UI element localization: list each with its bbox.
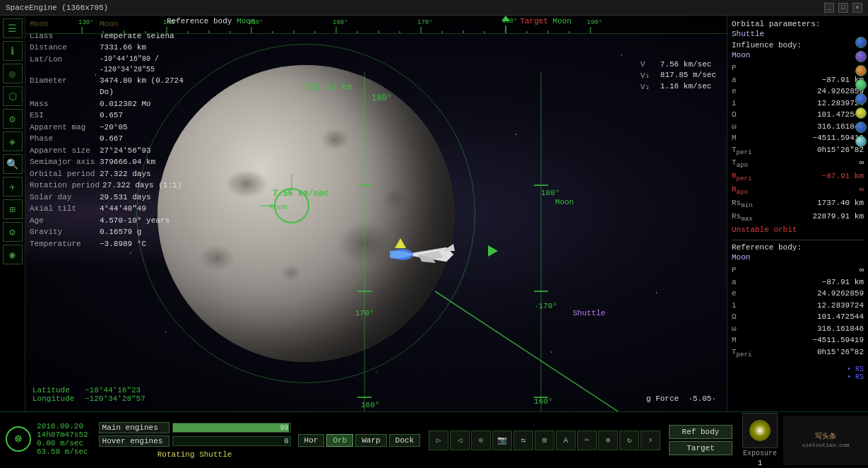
orbital-shuttle-label: Shuttle — [732, 30, 864, 38]
orbital-param-rsmax: Rsmax 22879.91 km — [732, 211, 864, 224]
sidebar-circle-icon[interactable]: ◉ — [3, 245, 23, 264]
globe-icon-7[interactable] — [855, 122, 867, 133]
distance-hud: 7331.53 km — [301, 83, 352, 93]
nav-warp-button[interactable]: Warp — [355, 434, 386, 447]
latitude-row: Latitude −10°44'16"23 — [32, 386, 145, 394]
longitude-row: Longitude −120°34'28"57 — [32, 394, 145, 403]
info-row-apparent-mag: Apparent mag −20°05 — [30, 122, 191, 134]
sidebar-info-icon[interactable]: ℹ — [3, 41, 23, 61]
target-label: Target Moon — [520, 17, 571, 25]
nav-dock-button[interactable]: Dock — [389, 434, 420, 447]
globe-icon-8[interactable] — [855, 136, 867, 147]
main-engine-bar — [173, 423, 289, 432]
main-engine-row: Main engines 99 — [99, 422, 291, 433]
target-button[interactable]: Target — [669, 441, 732, 455]
hover-engine-row: Hover engines 0 — [99, 435, 291, 447]
toolbar-icon-2[interactable]: ◁ — [450, 431, 470, 450]
info-row-gravity: Gravity 0.16579 g — [30, 226, 191, 238]
action-buttons: Ref body Target — [665, 422, 737, 458]
toolbar-icon-5[interactable]: ⇆ — [513, 431, 533, 450]
toolbar-icon-8[interactable]: ✂ — [577, 431, 597, 450]
svg-text:160°: 160° — [333, 19, 348, 26]
minimize-button[interactable]: _ — [824, 3, 834, 13]
close-button[interactable]: ✕ — [852, 3, 862, 13]
sidebar-search-icon[interactable]: 🔍 — [3, 154, 23, 174]
unstable-orbit-label: Unstable orbit — [732, 226, 864, 234]
orbital-param-rsmin: Rsmin 1737.40 km — [732, 197, 864, 211]
globe-icon-2[interactable] — [855, 51, 867, 62]
maximize-button[interactable]: □ — [838, 3, 848, 13]
exposure-value: 1 — [758, 459, 763, 467]
sidebar-settings-icon[interactable]: ⚙ — [3, 109, 23, 129]
toolbar-icon-6[interactable]: ⊞ — [535, 431, 554, 450]
section-divider — [732, 240, 864, 240]
globe-icon-5[interactable] — [855, 93, 867, 105]
compass-icon[interactable]: ☸ — [6, 426, 31, 452]
toolbar-icon-10[interactable]: ↻ — [619, 431, 639, 450]
toolbar-icon-camera[interactable]: 📷 — [492, 431, 512, 450]
info-row-semimajor: Semimajor axis 379666.04 km — [30, 156, 191, 168]
main-engine-value: 99 — [280, 423, 289, 433]
ref-orbital-M: M −4511.59419 — [732, 334, 864, 346]
ref-orbital-e: e 24.9262859 — [732, 288, 864, 300]
orbital-param-rapo: Rapo ∞ — [732, 184, 864, 197]
globe-icon-4[interactable] — [855, 79, 867, 90]
exposure-control: Exposure 1 — [737, 410, 783, 468]
nav-hor-button[interactable]: Hor — [298, 434, 325, 447]
v1-row: V₁ 817.85 m/sec — [641, 71, 716, 80]
hover-engine-value: 0 — [285, 437, 289, 447]
globe-icon-3[interactable] — [855, 65, 867, 76]
ref-orbital-tperi: Tperi 0h15'26"82 — [732, 346, 864, 360]
ref-body-button[interactable]: Ref body — [669, 425, 732, 439]
right-globe-icons — [855, 37, 867, 147]
main-engine-bar-container[interactable]: 99 — [172, 423, 291, 433]
titlebar: SpaceEngine (1366x705) _ □ ✕ — [0, 0, 868, 16]
svg-rect-16 — [25, 16, 727, 34]
sidebar-flight-icon[interactable]: ✈ — [3, 177, 23, 197]
left-info-panel: Moon Moon Class Temperate selena Distanc… — [25, 16, 195, 252]
toolbar-icon-3[interactable]: ⊙ — [471, 431, 491, 450]
svg-text:170°: 170° — [417, 19, 433, 26]
orbital-params-section: Orbital parameters: Shuttle Influence bo… — [732, 20, 864, 234]
influence-body-title: Influence body: — [732, 41, 864, 49]
sidebar-menu-icon[interactable]: ☰ — [3, 18, 23, 38]
sidebar-gear-icon[interactable]: ⚙ — [3, 222, 23, 242]
compass-area: ☸ 2016.09.20 14h07m47s52 0.00 m/sec 63.5… — [6, 422, 90, 456]
lat-lon-display: Latitude −10°44'16"23 Longitude −120°34'… — [32, 386, 145, 403]
toolbar-icon-text[interactable]: A — [556, 431, 576, 450]
ref-orbital-a: a −87.91 km — [732, 276, 864, 288]
ref-body-title: Reference body: — [732, 243, 864, 252]
ref-orbital-omega-big: Ω 101.472544 — [732, 311, 864, 323]
info-row-temperature: Temperature −3.8989 °C — [30, 238, 191, 250]
nav-orb-button[interactable]: Orb — [326, 434, 353, 447]
hover-engine-bar-container[interactable]: 0 — [172, 436, 291, 446]
shuttle-sprite — [390, 233, 475, 276]
sidebar-table-icon[interactable]: ⊞ — [3, 199, 23, 219]
velocity-display-panel: V 7.56 km/sec V₁ 817.85 m/sec V₂ 1.16 km… — [641, 60, 716, 93]
window-controls[interactable]: _ □ ✕ — [824, 3, 862, 13]
orbital-param-e: e 24.9262859 — [732, 86, 864, 98]
toolbar-icon-1[interactable]: ▷ — [429, 431, 448, 450]
orbital-param-P: P ∞ — [732, 62, 864, 74]
svg-text:190°: 190° — [587, 19, 602, 26]
bottom-control-bar: ☸ 2016.09.20 14h07m47s52 0.00 m/sec 63.5… — [0, 411, 868, 468]
toolbar-icon-9[interactable]: ⊕ — [598, 431, 618, 450]
info-row-apparent-size: Apparent size 27°24'56"93 — [30, 145, 191, 157]
globe-icon-6[interactable] — [855, 107, 867, 119]
info-row-mass: Mass 0.012302 Mo — [30, 98, 191, 110]
main-engine-label: Main engines — [99, 422, 170, 433]
svg-marker-6 — [443, 244, 455, 251]
speed-2: 63.58 m/sec — [37, 447, 90, 456]
orbital-param-omega-small: ω 316.161846 — [732, 121, 864, 133]
orbital-params-title: Orbital parameters: — [732, 20, 864, 28]
vehicle-label: Rotating Shuttle — [99, 450, 291, 459]
svg-text:130°: 130° — [78, 19, 94, 26]
sidebar-grid-icon[interactable]: ◈ — [3, 131, 23, 151]
toolbar-icon-11[interactable]: ⚡ — [641, 431, 660, 450]
info-row-phase: Phase 0.667 — [30, 133, 191, 145]
sidebar-target-icon[interactable]: ◎ — [3, 64, 23, 83]
sidebar-hex-icon[interactable]: ⬡ — [3, 86, 23, 106]
globe-icon-1[interactable] — [855, 37, 867, 48]
influence-body-value: Moon — [732, 51, 864, 59]
info-row-esi: ESI 0.657 — [30, 110, 191, 122]
